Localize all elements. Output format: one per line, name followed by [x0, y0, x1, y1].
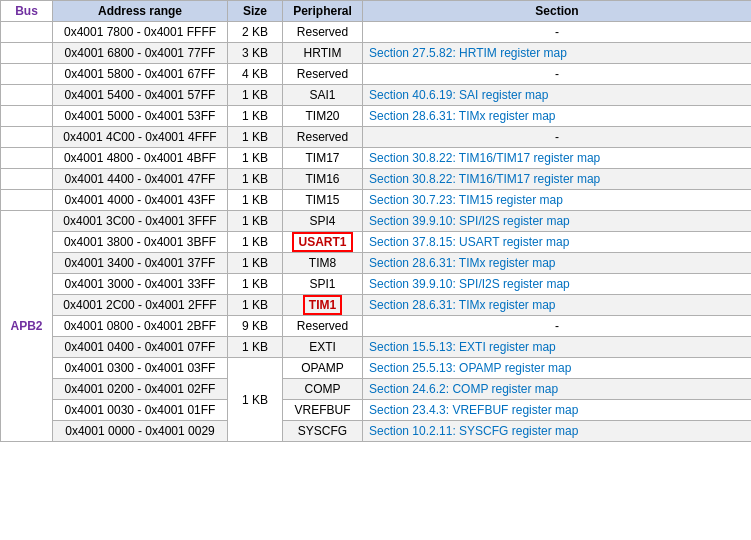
- bus-cell: [1, 22, 53, 43]
- peripheral-cell: TIM20: [283, 106, 363, 127]
- peripheral-cell: TIM16: [283, 169, 363, 190]
- size-cell: 9 KB: [228, 316, 283, 337]
- memory-map-table: Bus Address range Size Peripheral Sectio…: [0, 0, 751, 442]
- section-cell[interactable]: Section 37.8.15: USART register map: [363, 232, 752, 253]
- section-link[interactable]: Section 30.8.22: TIM16/TIM17 register ma…: [369, 151, 600, 165]
- size-cell: 1 KB: [228, 148, 283, 169]
- section-link[interactable]: Section 28.6.31: TIMx register map: [369, 298, 556, 312]
- section-link[interactable]: Section 37.8.15: USART register map: [369, 235, 569, 249]
- address-range-cell: 0x4001 5000 - 0x4001 53FF: [53, 106, 228, 127]
- table-row: 0x4001 5400 - 0x4001 57FF1 KBSAI1Section…: [1, 85, 752, 106]
- section-link[interactable]: Section 40.6.19: SAI register map: [369, 88, 548, 102]
- size-cell: 3 KB: [228, 43, 283, 64]
- size-cell: 1 KB: [228, 253, 283, 274]
- table-row: 0x4001 5800 - 0x4001 67FF4 KBReserved-: [1, 64, 752, 85]
- address-range-cell: 0x4001 3800 - 0x4001 3BFF: [53, 232, 228, 253]
- section-cell[interactable]: Section 40.6.19: SAI register map: [363, 85, 752, 106]
- col-header-peripheral: Peripheral: [283, 1, 363, 22]
- section-link[interactable]: Section 30.8.22: TIM16/TIM17 register ma…: [369, 172, 600, 186]
- section-cell[interactable]: Section 28.6.31: TIMx register map: [363, 106, 752, 127]
- col-header-bus: Bus: [1, 1, 53, 22]
- section-cell[interactable]: Section 24.6.2: COMP register map: [363, 379, 752, 400]
- address-range-cell: 0x4001 0000 - 0x4001 0029: [53, 421, 228, 442]
- address-range-cell: 0x4001 2C00 - 0x4001 2FFF: [53, 295, 228, 316]
- bus-cell: [1, 127, 53, 148]
- bus-cell: [1, 148, 53, 169]
- bus-cell: [1, 106, 53, 127]
- section-cell[interactable]: Section 39.9.10: SPI/I2S register map: [363, 274, 752, 295]
- section-link[interactable]: Section 39.9.10: SPI/I2S register map: [369, 214, 570, 228]
- size-cell: 1 KB: [228, 106, 283, 127]
- size-cell: 1 KB: [228, 337, 283, 358]
- address-range-cell: 0x4001 3C00 - 0x4001 3FFF: [53, 211, 228, 232]
- section-link[interactable]: Section 30.7.23: TIM15 register map: [369, 193, 563, 207]
- section-link[interactable]: Section 23.4.3: VREFBUF register map: [369, 403, 578, 417]
- address-range-cell: 0x4001 7800 - 0x4001 FFFF: [53, 22, 228, 43]
- table-row: APB20x4001 3C00 - 0x4001 3FFF1 KBSPI4Sec…: [1, 211, 752, 232]
- section-link[interactable]: Section 10.2.11: SYSCFG register map: [369, 424, 578, 438]
- peripheral-cell: TIM8: [283, 253, 363, 274]
- address-range-cell: 0x4001 3400 - 0x4001 37FF: [53, 253, 228, 274]
- peripheral-cell: OPAMP: [283, 358, 363, 379]
- section-cell[interactable]: Section 28.6.31: TIMx register map: [363, 253, 752, 274]
- section-link[interactable]: Section 25.5.13: OPAMP register map: [369, 361, 571, 375]
- size-cell: 1 KB: [228, 85, 283, 106]
- section-cell[interactable]: Section 39.9.10: SPI/I2S register map: [363, 211, 752, 232]
- bus-cell: [1, 190, 53, 211]
- size-cell: 1 KB: [228, 190, 283, 211]
- table-row: 0x4001 7800 - 0x4001 FFFF2 KBReserved-: [1, 22, 752, 43]
- section-link[interactable]: Section 28.6.31: TIMx register map: [369, 256, 556, 270]
- peripheral-cell: TIM1: [283, 295, 363, 316]
- section-cell: -: [363, 64, 752, 85]
- table-row: 0x4001 0200 - 0x4001 02FFCOMPSection 24.…: [1, 379, 752, 400]
- section-cell[interactable]: Section 23.4.3: VREFBUF register map: [363, 400, 752, 421]
- section-cell[interactable]: Section 30.7.23: TIM15 register map: [363, 190, 752, 211]
- bus-label-apb2: APB2: [1, 211, 53, 442]
- size-cell: 2 KB: [228, 22, 283, 43]
- section-link[interactable]: Section 15.5.13: EXTI register map: [369, 340, 556, 354]
- bus-cell: [1, 43, 53, 64]
- table-row: 0x4001 0300 - 0x4001 03FF1 KBOPAMPSectio…: [1, 358, 752, 379]
- section-cell[interactable]: Section 15.5.13: EXTI register map: [363, 337, 752, 358]
- size-cell: 1 KB: [228, 211, 283, 232]
- table-row: 0x4001 3000 - 0x4001 33FF1 KBSPI1Section…: [1, 274, 752, 295]
- section-link[interactable]: Section 28.6.31: TIMx register map: [369, 109, 556, 123]
- col-header-section: Section: [363, 1, 752, 22]
- bus-cell: [1, 64, 53, 85]
- peripheral-cell: TIM17: [283, 148, 363, 169]
- peripheral-cell: USART1: [283, 232, 363, 253]
- col-header-address: Address range: [53, 1, 228, 22]
- size-cell: 1 KB: [228, 127, 283, 148]
- table-row: 0x4001 3800 - 0x4001 3BFF1 KBUSART1Secti…: [1, 232, 752, 253]
- address-range-cell: 0x4001 0030 - 0x4001 01FF: [53, 400, 228, 421]
- address-range-cell: 0x4001 5400 - 0x4001 57FF: [53, 85, 228, 106]
- section-cell[interactable]: Section 25.5.13: OPAMP register map: [363, 358, 752, 379]
- section-cell[interactable]: Section 10.2.11: SYSCFG register map: [363, 421, 752, 442]
- address-range-cell: 0x4001 4000 - 0x4001 43FF: [53, 190, 228, 211]
- section-cell[interactable]: Section 28.6.31: TIMx register map: [363, 295, 752, 316]
- section-cell[interactable]: Section 27.5.82: HRTIM register map: [363, 43, 752, 64]
- section-link[interactable]: Section 24.6.2: COMP register map: [369, 382, 558, 396]
- address-range-cell: 0x4001 4800 - 0x4001 4BFF: [53, 148, 228, 169]
- address-range-cell: 0x4001 5800 - 0x4001 67FF: [53, 64, 228, 85]
- address-range-cell: 0x4001 0800 - 0x4001 2BFF: [53, 316, 228, 337]
- section-cell[interactable]: Section 30.8.22: TIM16/TIM17 register ma…: [363, 169, 752, 190]
- address-range-cell: 0x4001 0300 - 0x4001 03FF: [53, 358, 228, 379]
- table-header-row: Bus Address range Size Peripheral Sectio…: [1, 1, 752, 22]
- peripheral-cell: SPI4: [283, 211, 363, 232]
- table-row: 0x4001 0030 - 0x4001 01FFVREFBUFSection …: [1, 400, 752, 421]
- section-link[interactable]: Section 39.9.10: SPI/I2S register map: [369, 277, 570, 291]
- peripheral-cell: Reserved: [283, 22, 363, 43]
- table-row: 0x4001 3400 - 0x4001 37FF1 KBTIM8Section…: [1, 253, 752, 274]
- table-row: 0x4001 2C00 - 0x4001 2FFF1 KBTIM1Section…: [1, 295, 752, 316]
- size-cell: 4 KB: [228, 64, 283, 85]
- table-row: 0x4001 6800 - 0x4001 77FF3 KBHRTIMSectio…: [1, 43, 752, 64]
- size-cell: 1 KB: [228, 169, 283, 190]
- bus-cell: [1, 85, 53, 106]
- table-row: 0x4001 0000 - 0x4001 0029SYSCFGSection 1…: [1, 421, 752, 442]
- peripheral-cell: VREFBUF: [283, 400, 363, 421]
- address-range-cell: 0x4001 6800 - 0x4001 77FF: [53, 43, 228, 64]
- section-cell: -: [363, 316, 752, 337]
- section-cell[interactable]: Section 30.8.22: TIM16/TIM17 register ma…: [363, 148, 752, 169]
- section-link[interactable]: Section 27.5.82: HRTIM register map: [369, 46, 567, 60]
